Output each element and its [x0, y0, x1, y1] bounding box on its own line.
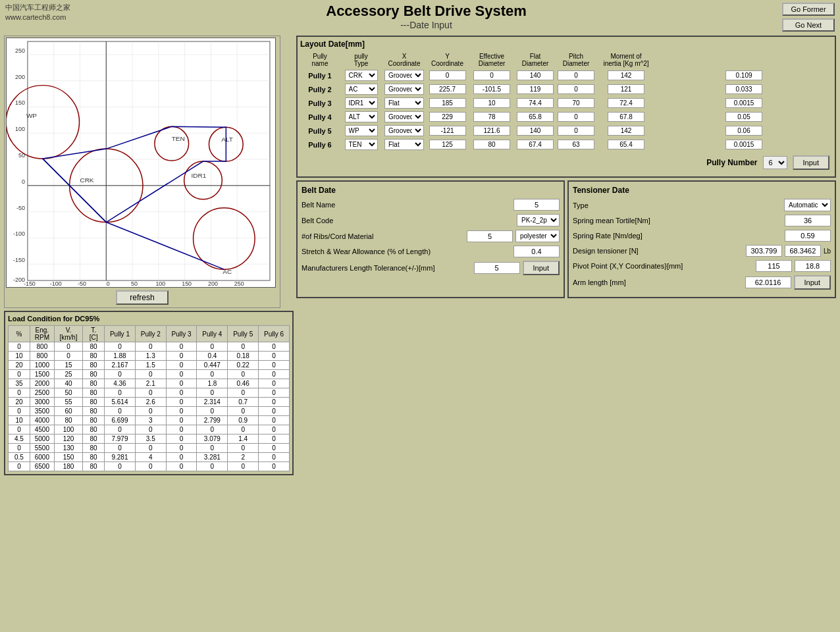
- pully-name-cell[interactable]: CRKACIDR1ALTWPTEN: [340, 68, 382, 82]
- tensioner-design-input2[interactable]: [785, 245, 821, 257]
- pully-type-cell[interactable]: GroovedFlat: [382, 82, 426, 96]
- pully-type-select[interactable]: GroovedFlat: [384, 97, 424, 109]
- pully-flat_dia-cell[interactable]: [556, 68, 596, 82]
- tensioner-pivot-input2[interactable]: [795, 260, 831, 272]
- pully-flat_dia-input[interactable]: [558, 112, 594, 122]
- pully-eff_dia-cell[interactable]: [515, 124, 556, 138]
- pully-number-select[interactable]: 45678: [763, 156, 787, 169]
- pully-x-input[interactable]: [429, 98, 466, 108]
- pully-pitch_dia-input[interactable]: [608, 140, 644, 149]
- pully-name-select[interactable]: CRKACIDR1ALTWPTEN: [345, 139, 378, 150]
- refresh-button[interactable]: refresh: [116, 290, 169, 305]
- pully-type-select[interactable]: GroovedFlat: [384, 139, 424, 150]
- pully-eff_dia-cell[interactable]: [515, 138, 556, 151]
- pully-y-cell[interactable]: [469, 96, 515, 110]
- pully-name-cell[interactable]: CRKACIDR1ALTWPTEN: [340, 138, 382, 151]
- pully-inertia-input[interactable]: [725, 140, 762, 149]
- pully-inertia-cell[interactable]: [656, 82, 832, 96]
- tensioner-input-button[interactable]: Input: [794, 275, 831, 290]
- pully-x-input[interactable]: [429, 84, 466, 94]
- pully-y-cell[interactable]: [469, 110, 515, 124]
- pully-inertia-cell[interactable]: [656, 124, 832, 138]
- tensioner-design-input1[interactable]: [746, 245, 782, 257]
- pully-x-cell[interactable]: [426, 96, 469, 110]
- pully-type-cell[interactable]: GroovedFlat: [382, 110, 426, 124]
- pully-name-select[interactable]: CRKACIDR1ALTWPTEN: [345, 84, 378, 95]
- pully-x-input[interactable]: [429, 140, 466, 149]
- tensioner-type-select[interactable]: AutomaticManual: [784, 199, 831, 211]
- pully-x-input[interactable]: [429, 126, 466, 136]
- pully-type-select[interactable]: GroovedFlat: [384, 84, 424, 95]
- tensioner-pivot-input1[interactable]: [756, 260, 792, 272]
- pully-inertia-input[interactable]: [725, 70, 762, 80]
- pully-type-cell[interactable]: GroovedFlat: [382, 68, 426, 82]
- pully-flat_dia-input[interactable]: [558, 126, 594, 136]
- pully-flat_dia-cell[interactable]: [556, 96, 596, 110]
- belt-code-select[interactable]: PK-2_2pPK-3_3pPK-4_4p: [517, 214, 560, 226]
- pully-eff_dia-cell[interactable]: [515, 68, 556, 82]
- pully-eff_dia-input[interactable]: [517, 84, 554, 94]
- pully-name-select[interactable]: CRKACIDR1ALTWPTEN: [345, 70, 378, 81]
- pully-flat_dia-input[interactable]: [558, 84, 594, 94]
- pully-eff_dia-cell[interactable]: [515, 96, 556, 110]
- pully-eff_dia-input[interactable]: [517, 140, 554, 149]
- pully-type-select[interactable]: GroovedFlat: [384, 125, 424, 136]
- pully-x-input[interactable]: [429, 112, 466, 122]
- pully-pitch_dia-cell[interactable]: [596, 138, 656, 151]
- belt-stretch-input[interactable]: [513, 246, 560, 257]
- pully-y-input[interactable]: [473, 126, 510, 136]
- pully-type-cell[interactable]: GroovedFlat: [382, 124, 426, 138]
- pully-eff_dia-input[interactable]: [517, 112, 554, 122]
- pully-y-cell[interactable]: [469, 124, 515, 138]
- pully-x-cell[interactable]: [426, 138, 469, 151]
- belt-ribs-input[interactable]: [467, 230, 513, 242]
- pully-x-cell[interactable]: [426, 124, 469, 138]
- pully-y-input[interactable]: [473, 98, 510, 108]
- go-next-button[interactable]: Go Next: [782, 18, 835, 32]
- pully-pitch_dia-input[interactable]: [608, 84, 644, 94]
- pully-inertia-input[interactable]: [725, 98, 762, 108]
- pully-inertia-cell[interactable]: [656, 68, 832, 82]
- pully-x-cell[interactable]: [426, 82, 469, 96]
- pully-flat_dia-cell[interactable]: [556, 82, 596, 96]
- pully-x-cell[interactable]: [426, 110, 469, 124]
- pully-name-select[interactable]: CRKACIDR1ALTWPTEN: [345, 111, 378, 122]
- pully-pitch_dia-cell[interactable]: [596, 96, 656, 110]
- pully-eff_dia-cell[interactable]: [515, 110, 556, 124]
- pully-flat_dia-input[interactable]: [558, 70, 594, 80]
- pully-eff_dia-input[interactable]: [517, 126, 554, 136]
- pully-type-select[interactable]: GroovedFlat: [384, 111, 424, 122]
- belt-input-button[interactable]: Input: [523, 261, 560, 275]
- belt-name-input[interactable]: [513, 199, 560, 211]
- pully-y-input[interactable]: [473, 84, 510, 94]
- pully-y-cell[interactable]: [469, 68, 515, 82]
- pully-flat_dia-input[interactable]: [558, 140, 594, 149]
- pully-y-input[interactable]: [473, 70, 510, 80]
- pully-pitch_dia-input[interactable]: [608, 98, 644, 108]
- pully-x-input[interactable]: [429, 70, 466, 80]
- tensioner-arm-input[interactable]: [745, 276, 791, 288]
- pully-eff_dia-input[interactable]: [517, 70, 554, 80]
- layout-input-button[interactable]: Input: [793, 155, 829, 170]
- pully-pitch_dia-cell[interactable]: [596, 110, 656, 124]
- tensioner-tortle-input[interactable]: [785, 215, 831, 226]
- pully-y-cell[interactable]: [469, 138, 515, 151]
- pully-pitch_dia-input[interactable]: [608, 126, 644, 136]
- pully-pitch_dia-cell[interactable]: [596, 82, 656, 96]
- pully-name-select[interactable]: CRKACIDR1ALTWPTEN: [345, 125, 378, 136]
- pully-name-cell[interactable]: CRKACIDR1ALTWPTEN: [340, 96, 382, 110]
- pully-pitch_dia-input[interactable]: [608, 70, 644, 80]
- pully-flat_dia-cell[interactable]: [556, 124, 596, 138]
- go-former-button[interactable]: Go Former: [782, 3, 835, 16]
- pully-pitch_dia-cell[interactable]: [596, 68, 656, 82]
- pully-y-input[interactable]: [473, 112, 510, 122]
- pully-inertia-input[interactable]: [725, 84, 762, 94]
- pully-inertia-cell[interactable]: [656, 110, 832, 124]
- pully-y-input[interactable]: [473, 140, 510, 149]
- pully-inertia-cell[interactable]: [656, 96, 832, 110]
- pully-x-cell[interactable]: [426, 68, 469, 82]
- pully-name-cell[interactable]: CRKACIDR1ALTWPTEN: [340, 82, 382, 96]
- pully-flat_dia-cell[interactable]: [556, 138, 596, 151]
- pully-flat_dia-input[interactable]: [558, 98, 594, 108]
- pully-type-select[interactable]: GroovedFlat: [384, 70, 424, 81]
